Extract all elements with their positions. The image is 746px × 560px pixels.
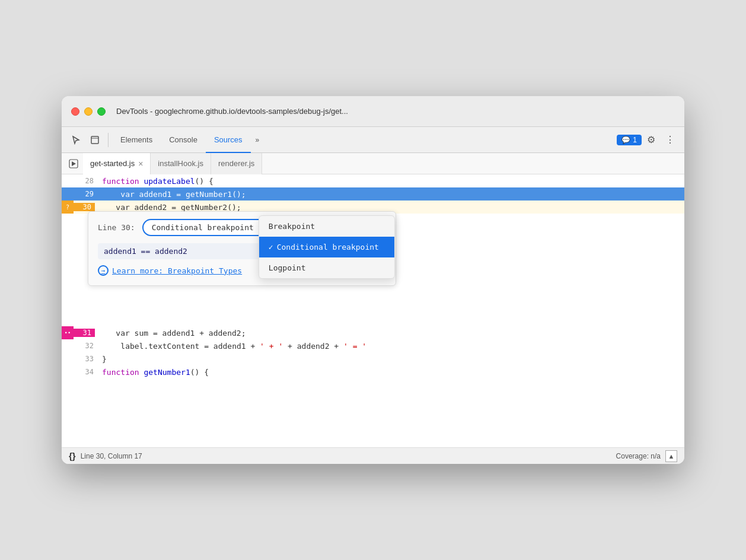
settings-button[interactable]: ⚙: [642, 131, 661, 149]
cursor-position: Line 30, Column 17: [81, 452, 142, 460]
status-right: Coverage: n/a ▲: [616, 450, 677, 462]
code-line-33: 33 }: [62, 352, 684, 365]
notification-badge[interactable]: 💬 1: [617, 135, 642, 145]
breakpoint-dialog: Line 30: Conditional breakpoint ▼ Breakp…: [88, 211, 396, 286]
file-tab-close[interactable]: ×: [138, 160, 143, 168]
info-circle-icon: →: [98, 265, 109, 276]
code-line-28: 28 function updateLabel() {: [62, 174, 684, 187]
breakpoint-type-menu: Breakpoint ✓ Conditional breakpoint Logp…: [259, 215, 395, 279]
tab-sources[interactable]: Sources: [206, 127, 251, 153]
coverage-status: Coverage: n/a: [616, 452, 661, 460]
menu-item-conditional-breakpoint[interactable]: ✓ Conditional breakpoint: [259, 237, 394, 257]
file-tab-renderer[interactable]: renderer.js: [211, 153, 262, 174]
breakpoint-dialog-row: Line 30: Conditional breakpoint ▼ Breakp…: [98, 219, 386, 236]
badge-count: 1: [633, 136, 637, 144]
svg-marker-3: [72, 161, 76, 166]
devtools-window: DevTools - googlechrome.github.io/devtoo…: [62, 96, 684, 464]
logpoint-marker: ••: [62, 326, 74, 339]
svg-rect-0: [91, 136, 98, 144]
window-title: DevTools - googlechrome.github.io/devtoo…: [116, 107, 348, 116]
file-tab-installhook[interactable]: installHook.js: [151, 153, 211, 174]
code-line-34: 34 function getNumber1() {: [62, 365, 684, 378]
menu-item-breakpoint[interactable]: Breakpoint: [259, 216, 394, 237]
dock-icon[interactable]: [85, 131, 104, 149]
cursor-icon[interactable]: [66, 131, 85, 149]
badge-icon: 💬: [621, 136, 630, 144]
tab-separator: [108, 133, 109, 147]
more-tabs-button[interactable]: »: [251, 127, 264, 153]
minimize-button[interactable]: [84, 107, 93, 116]
code-line-31: •• 31 var sum = addend1 + addend2;: [62, 326, 684, 339]
tab-elements[interactable]: Elements: [112, 127, 161, 153]
code-line-29: 29 var addend1 = getNumber1();: [62, 187, 684, 201]
more-options-button[interactable]: ⋮: [661, 131, 680, 149]
titlebar: DevTools - googlechrome.github.io/devtoo…: [62, 96, 684, 127]
status-bar: {} Line 30, Column 17 Coverage: n/a ▲: [62, 447, 684, 464]
conditional-breakpoint-marker: ?: [62, 201, 74, 214]
file-tab-get-started[interactable]: get-started.js ×: [83, 153, 151, 174]
checkmark-icon: ✓: [269, 243, 273, 252]
console-drawer-button[interactable]: ▲: [665, 450, 677, 462]
play-icon[interactable]: [64, 154, 83, 173]
code-line-32: 32 label.textContent = addend1 + ' + ' +…: [62, 339, 684, 352]
traffic-lights: [71, 107, 106, 116]
dropdown-selected-text: Conditional breakpoint: [152, 223, 254, 232]
line-label: Line 30:: [98, 223, 135, 232]
close-button[interactable]: [71, 107, 79, 116]
format-button[interactable]: {}: [69, 451, 76, 461]
devtools-tabs: Elements Console Sources » 💬 1 ⚙ ⋮: [62, 127, 684, 153]
menu-item-logpoint[interactable]: Logpoint: [259, 257, 394, 278]
file-tabs: get-started.js × installHook.js renderer…: [62, 153, 684, 174]
tab-console[interactable]: Console: [161, 127, 206, 153]
breakpoint-type-dropdown[interactable]: Conditional breakpoint ▼ Breakpoint ✓ Co…: [142, 219, 272, 236]
code-editor[interactable]: 28 function updateLabel() { 29 var adden…: [62, 174, 684, 447]
maximize-button[interactable]: [97, 107, 106, 116]
